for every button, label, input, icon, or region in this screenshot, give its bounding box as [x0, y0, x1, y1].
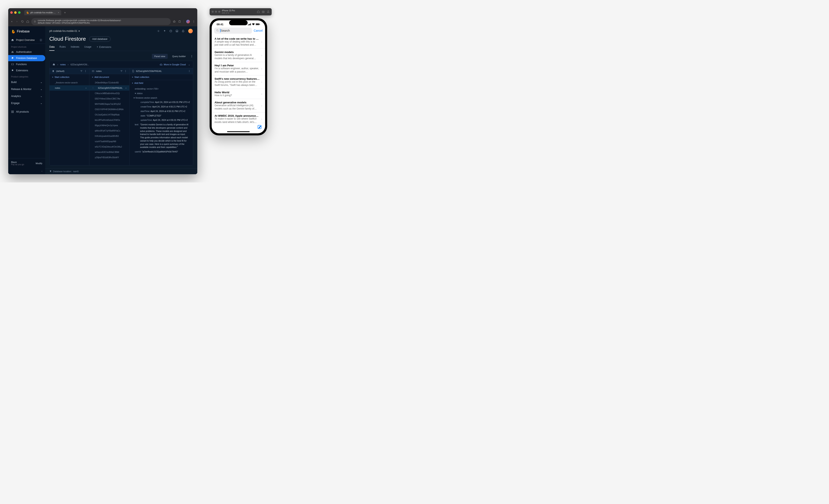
- category-build[interactable]: Build⌄: [8, 79, 45, 86]
- sidebar-item-firestore[interactable]: Firestore Database: [8, 55, 45, 61]
- note-row[interactable]: At WWDC 2019, Apple announced…To make it…: [212, 112, 265, 123]
- more-menu-icon[interactable]: [124, 70, 127, 72]
- more-in-cloud-link[interactable]: More in Google Cloud: [160, 63, 186, 66]
- document-item[interactable]: w5z7CXDqGAeuuKOe1MuJ: [89, 144, 129, 149]
- tab-indexes[interactable]: Indexes: [71, 43, 79, 51]
- tab-extensions[interactable]: Extensions: [96, 43, 111, 51]
- collection-item[interactable]: _firestore-vector-search: [49, 80, 89, 85]
- filter-icon[interactable]: [80, 70, 83, 72]
- document-item[interactable]: 243ee9h6kpv7Zzdxdo9D: [89, 80, 129, 85]
- note-row[interactable]: Hello WorldHow is it going?›: [212, 89, 265, 99]
- back-button[interactable]: [10, 20, 13, 23]
- field-row[interactable]: ▾firestore-vector-search: [130, 96, 193, 100]
- star-icon[interactable]: [173, 20, 176, 23]
- cancel-button[interactable]: Cancel: [254, 29, 263, 32]
- close-window-button[interactable]: [10, 11, 13, 14]
- start-collection-link[interactable]: +Start collection: [130, 74, 193, 80]
- note-row[interactable]: Hey! I am PeterI'm a software engineer, …: [212, 62, 265, 75]
- document-item[interactable]: tVKnHcjvwlnhOoe09VB3: [89, 133, 129, 139]
- collection-item[interactable]: notes›: [49, 85, 89, 91]
- modify-plan-button[interactable]: Modify: [36, 162, 42, 165]
- search-input[interactable]: Search: [214, 28, 252, 34]
- sidebar-item-authentication[interactable]: Authentication: [8, 49, 45, 55]
- document-item[interactable]: CMucncMB0a6mtHuoD2ji: [89, 91, 129, 96]
- sidebar-item-extensions[interactable]: Extensions: [8, 67, 45, 74]
- note-row[interactable]: About generative modelsGenerative artifi…: [212, 99, 265, 112]
- field-row[interactable]: createTime: April 24, 2024 at 4:55:21 PM…: [130, 105, 193, 109]
- home-icon[interactable]: [52, 63, 55, 66]
- sidebar-item-functions[interactable]: Functions: [8, 61, 45, 67]
- chevron-down-icon[interactable]: ⌄: [188, 63, 190, 66]
- category-analytics[interactable]: Analytics⌄: [8, 93, 45, 100]
- profile-avatar[interactable]: [186, 20, 190, 24]
- document-item[interactable]: OUJsdQa6vLV4T8IqR6ak: [89, 112, 129, 117]
- new-tab-button[interactable]: +: [63, 11, 67, 14]
- category-engage[interactable]: Engage⌄: [8, 100, 45, 107]
- panel-view-button[interactable]: Panel view: [152, 54, 168, 59]
- minimize-window-button[interactable]: [14, 11, 16, 14]
- sim-close-button[interactable]: [212, 11, 214, 13]
- document-item[interactable]: li5gqJcNtHeQmJyLkpea: [89, 123, 129, 128]
- all-products[interactable]: All products: [8, 109, 45, 115]
- add-field-link[interactable]: +Add field: [130, 80, 193, 86]
- tab-rules[interactable]: Rules: [60, 43, 66, 51]
- document-item[interactable]: OSGYXPF4F2K6NWmS3Rbh: [89, 107, 129, 112]
- sim-maximize-button[interactable]: [218, 11, 220, 13]
- notes-list[interactable]: A lot of the code we write has to de…A s…: [212, 35, 265, 123]
- more-menu-icon[interactable]: [188, 70, 190, 72]
- document-item[interactable]: wHaeorE0CIedtWaCIBMr: [89, 149, 129, 155]
- note-row[interactable]: A lot of the code we write has to de…A s…: [212, 35, 265, 49]
- field-row[interactable]: text: "Gemini models Gemini is a family …: [130, 122, 193, 150]
- field-row[interactable]: embedding: vector<768>: [130, 87, 193, 91]
- user-avatar[interactable]: [188, 28, 193, 34]
- forward-button[interactable]: [15, 20, 19, 23]
- firebase-logo[interactable]: Firebase: [8, 26, 45, 37]
- field-row[interactable]: state: "COMPLETED": [130, 114, 193, 118]
- sim-home-icon[interactable]: [257, 10, 260, 13]
- field-row[interactable]: completeTime: April 24, 2024 at 4:55:31 …: [130, 100, 193, 105]
- more-menu-icon[interactable]: [190, 55, 193, 58]
- start-collection-link[interactable]: +Start collection: [49, 74, 89, 80]
- url-input[interactable]: console.firebase.google.com/project/pfr-…: [31, 18, 171, 25]
- reload-button[interactable]: [21, 20, 24, 23]
- tab-data[interactable]: Data: [49, 43, 55, 51]
- tab-usage[interactable]: Usage: [84, 43, 92, 51]
- sim-screenshot-icon[interactable]: [262, 10, 265, 13]
- home-button[interactable]: [26, 20, 29, 23]
- project-selector[interactable]: pfr-codelab-fvs-mobile-01 ▾: [49, 30, 80, 32]
- browser-tab[interactable]: pfr-codelab-fvs-mobile-01 - ×: [24, 10, 61, 15]
- field-row[interactable]: userId: "pOeHfwsbU1ODjatMdhSPk5kTlH43": [130, 150, 193, 154]
- bell-icon[interactable]: [182, 30, 185, 32]
- note-row[interactable]: Swift's new concurrency features…As Doug…: [212, 75, 265, 89]
- document-item[interactable]: kbJJPFafXmb5utuCFWOx: [89, 117, 129, 123]
- gear-icon[interactable]: [39, 39, 42, 41]
- filter-icon[interactable]: [120, 70, 123, 72]
- maximize-window-button[interactable]: [18, 11, 21, 14]
- sim-minimize-button[interactable]: [215, 11, 217, 13]
- category-release[interactable]: Release & Monitor⌄: [8, 86, 45, 93]
- field-row[interactable]: ▾status: [130, 91, 193, 96]
- sparkle-icon[interactable]: [163, 30, 166, 32]
- document-item[interactable]: MI4YkM6Olapw7aLWVyDZ: [89, 101, 129, 107]
- sim-share-icon[interactable]: [267, 10, 269, 13]
- document-item[interactable]: EB2Yh9xw1S6ecCBlC7Ae: [89, 96, 129, 101]
- query-builder-button[interactable]: Query builder: [170, 54, 188, 59]
- document-item[interactable]: ⋮6ZDaUg9t4VO5lbPREAIL›: [89, 85, 129, 91]
- more-menu-icon[interactable]: [192, 20, 195, 23]
- home-indicator[interactable]: [227, 131, 250, 132]
- inbox-icon[interactable]: [176, 30, 178, 32]
- more-menu-icon[interactable]: [84, 70, 87, 72]
- tab-close-button[interactable]: ×: [58, 11, 59, 14]
- field-row[interactable]: updateTime: April 24, 2024 at 4:55:31 PM…: [130, 118, 193, 122]
- compose-icon[interactable]: [257, 125, 262, 129]
- breadcrumb-collection[interactable]: notes: [60, 63, 66, 66]
- add-database-button[interactable]: Add database: [89, 36, 111, 42]
- help-icon[interactable]: ?: [169, 30, 172, 32]
- collapse-sidebar-button[interactable]: ‹: [8, 168, 45, 174]
- add-document-link[interactable]: +Add document: [89, 74, 129, 80]
- field-row[interactable]: startTime: April 24, 2024 at 4:55:31 PM …: [130, 109, 193, 114]
- note-row[interactable]: Gemini modelsGemini is a family of gener…: [212, 49, 265, 62]
- spark-icon[interactable]: [157, 30, 160, 32]
- extensions-icon[interactable]: [178, 20, 181, 23]
- document-item[interactable]: y26jksfYBSd83Rv30sWY: [89, 155, 129, 160]
